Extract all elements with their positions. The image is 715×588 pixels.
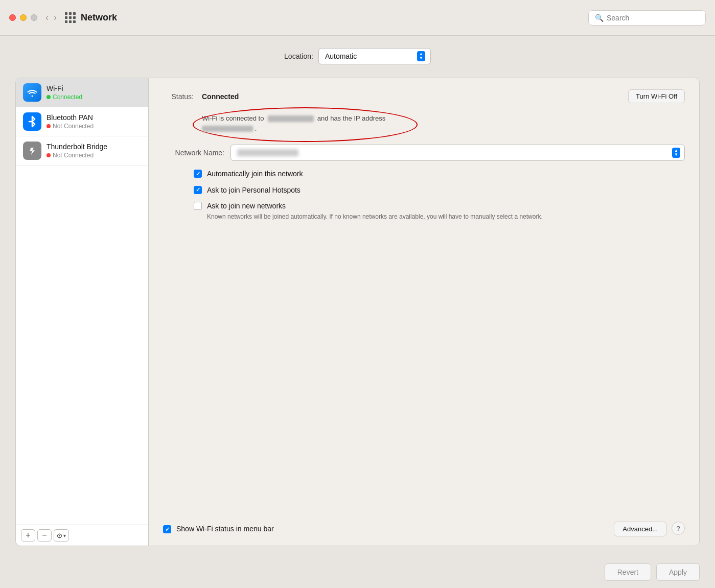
grid-dot — [65, 16, 67, 19]
grid-dot — [69, 20, 72, 23]
back-button[interactable]: ‹ — [44, 12, 50, 23]
remove-network-button[interactable]: − — [37, 529, 52, 542]
auto-join-label: Automatically join this network — [207, 169, 303, 179]
new-networks-row: Ask to join new networks Known networks … — [163, 201, 685, 221]
sidebar-thunderbolt-status: Not Connected — [47, 152, 107, 159]
window-controls — [9, 14, 37, 21]
network-name-select[interactable]: ▲ ▼ — [230, 145, 685, 161]
page-title: Network — [81, 12, 588, 23]
panel-area: Wi-Fi Connected Blue — [15, 78, 700, 546]
personal-hotspot-row: Ask to join Personal Hotspots — [163, 185, 685, 196]
auto-join-checkbox[interactable] — [194, 170, 202, 178]
sidebar-wifi-name: Wi-Fi — [47, 84, 82, 92]
bottom-buttons: Advanced... ? — [614, 522, 685, 536]
sidebar-item-bluetooth-pan[interactable]: Bluetooth PAN Not Connected — [16, 107, 148, 136]
sidebar-bluetooth-status: Not Connected — [47, 123, 94, 130]
status-row: Status: Connected Turn Wi-Fi Off — [163, 89, 685, 103]
sidebar-bluetooth-name: Bluetooth PAN — [47, 113, 94, 122]
location-chevron-icon: ▲ ▼ — [417, 51, 425, 61]
wifi-off-button[interactable]: Turn Wi-Fi Off — [628, 89, 685, 103]
info-box: Wi-Fi is connected to and has the IP add… — [163, 111, 685, 135]
sidebar-item-thunderbolt[interactable]: Thunderbolt Bridge Not Connected — [16, 136, 148, 166]
thunderbolt-icon — [23, 142, 41, 160]
info-text-prefix: Wi-Fi is connected to — [202, 114, 264, 122]
auto-join-row: Automatically join this network — [163, 169, 685, 179]
status-dot-disconnected-tb — [47, 153, 51, 157]
grid-dot — [69, 12, 72, 15]
new-networks-info: Ask to join new networks Known networks … — [207, 201, 543, 221]
location-row: Location: Automatic ▲ ▼ — [15, 46, 700, 69]
grid-dot — [65, 12, 67, 15]
location-select[interactable]: Automatic ▲ ▼ — [318, 48, 431, 64]
show-wifi-row: Show Wi-Fi status in menu bar — [163, 524, 614, 534]
network-name-chevron-icon: ▲ ▼ — [672, 148, 680, 158]
minimize-button[interactable] — [20, 14, 27, 21]
new-networks-description: Known networks will be joined automatica… — [207, 213, 543, 221]
sidebar-list: Wi-Fi Connected Blue — [16, 78, 148, 525]
sidebar-item-info-wifi: Wi-Fi Connected — [47, 84, 82, 101]
grid-dot — [73, 20, 76, 23]
sidebar: Wi-Fi Connected Blue — [15, 78, 148, 546]
status-dot-connected — [47, 95, 51, 99]
status-value: Connected — [202, 92, 620, 101]
sidebar-item-info-bluetooth: Bluetooth PAN Not Connected — [47, 113, 94, 130]
wifi-icon — [23, 83, 41, 102]
show-wifi-label: Show Wi-Fi status in menu bar — [176, 524, 274, 534]
new-networks-checkbox[interactable] — [194, 202, 202, 210]
right-panel: Status: Connected Turn Wi-Fi Off Wi-Fi i… — [148, 78, 700, 546]
sidebar-thunderbolt-status-text: Not Connected — [53, 152, 94, 159]
nav-arrows: ‹ › — [44, 12, 58, 23]
ip-address-blurred-container: . — [202, 125, 257, 132]
maximize-button[interactable] — [31, 14, 37, 21]
chevron-down-icon: ▾ — [63, 533, 66, 538]
sidebar-wifi-status: Connected — [47, 93, 82, 101]
add-network-button[interactable]: + — [21, 529, 35, 542]
info-text-suffix: and has the IP address — [317, 114, 385, 122]
sidebar-item-wifi[interactable]: Wi-Fi Connected — [16, 78, 148, 107]
apply-button[interactable]: Apply — [656, 563, 700, 581]
search-input[interactable] — [607, 14, 699, 22]
info-box-container: Wi-Fi is connected to and has the IP add… — [163, 111, 685, 135]
bluetooth-icon — [23, 112, 41, 131]
window-footer: Revert Apply — [0, 556, 715, 588]
network-name-label: Network Name: — [163, 149, 224, 157]
network-name-value-blurred — [237, 149, 298, 156]
search-box[interactable]: 🔍 — [588, 10, 706, 26]
sidebar-item-info-thunderbolt: Thunderbolt Bridge Not Connected — [47, 143, 107, 159]
grid-dot — [65, 20, 67, 23]
grid-icon[interactable] — [65, 12, 76, 23]
titlebar: ‹ › Network 🔍 — [0, 0, 715, 36]
revert-button[interactable]: Revert — [605, 563, 651, 581]
grid-dot — [73, 16, 76, 19]
help-button[interactable]: ? — [672, 522, 685, 535]
close-button[interactable] — [9, 14, 16, 21]
status-label: Status: — [163, 92, 194, 101]
show-wifi-checkbox[interactable] — [163, 525, 171, 533]
new-networks-label: Ask to join new networks — [207, 201, 543, 211]
sidebar-wifi-status-text: Connected — [53, 93, 82, 101]
sidebar-footer: + − ⊙ ▾ — [16, 525, 148, 546]
info-text-end: . — [255, 125, 257, 132]
sidebar-bluetooth-status-text: Not Connected — [53, 123, 94, 130]
grid-dot — [73, 12, 76, 15]
network-name-blurred — [268, 115, 314, 122]
forward-button[interactable]: › — [53, 12, 58, 23]
more-options-button[interactable]: ⊙ ▾ — [54, 529, 69, 542]
personal-hotspot-checkbox[interactable] — [194, 186, 202, 194]
ip-address-blurred — [202, 126, 253, 132]
location-select-value: Automatic — [325, 52, 357, 60]
more-options-icon: ⊙ — [57, 532, 62, 539]
bottom-row: Show Wi-Fi status in menu bar Advanced..… — [163, 513, 685, 536]
main-content: Location: Automatic ▲ ▼ — [0, 36, 715, 556]
personal-hotspot-label: Ask to join Personal Hotspots — [207, 185, 301, 196]
sidebar-thunderbolt-name: Thunderbolt Bridge — [47, 143, 107, 151]
network-name-row: Network Name: ▲ ▼ — [163, 145, 685, 161]
advanced-button[interactable]: Advanced... — [614, 522, 666, 536]
grid-dot — [69, 16, 72, 19]
search-icon: 🔍 — [595, 14, 604, 22]
status-dot-disconnected — [47, 124, 51, 128]
location-label: Location: — [284, 52, 313, 60]
